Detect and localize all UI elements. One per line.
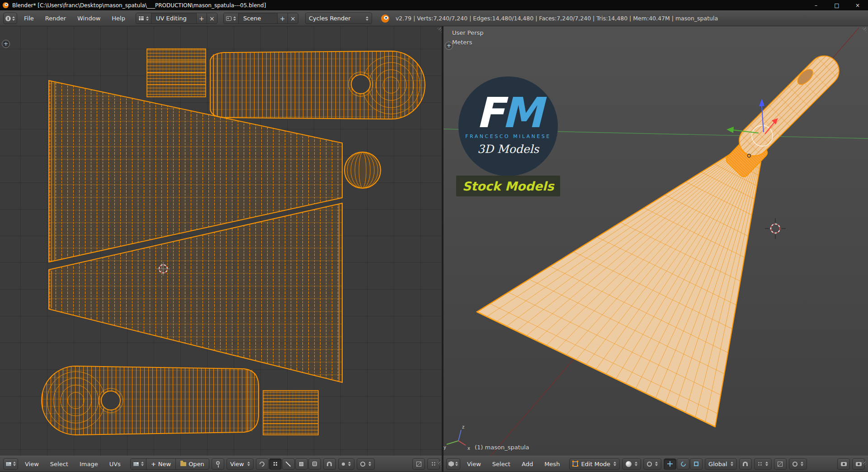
opengl-render-anim-button[interactable]: [852, 458, 865, 470]
manipulator-scale-toggle[interactable]: [690, 458, 703, 470]
chevron-updown-icon: [801, 462, 803, 466]
edge-select-icon: [286, 462, 291, 467]
pivot-center-dropdown[interactable]: [643, 458, 661, 470]
image-new-label: New: [158, 461, 171, 467]
uv-island-cap-sphere[interactable]: [344, 152, 381, 188]
uv-editor-pane: + View Select Image UVs + New: [0, 26, 443, 472]
pivot-dropdown[interactable]: View: [226, 458, 254, 470]
orientation-dropdown[interactable]: Global: [705, 458, 736, 470]
menu-help[interactable]: Help: [107, 14, 130, 23]
snap-element-dropdown[interactable]: [754, 458, 772, 470]
uv-layout: [0, 26, 443, 456]
image-new-button[interactable]: + New: [146, 459, 175, 469]
manipulator-buttons: [664, 458, 703, 470]
uv-menu-view[interactable]: View: [20, 459, 43, 469]
face-select-icon: [299, 462, 303, 466]
delete-scene-button[interactable]: ×: [288, 13, 298, 24]
watermark-tagline: 3D Models: [477, 143, 539, 156]
uv-selection-mode-buttons: [256, 458, 321, 470]
draw-other-objects-icon: [416, 462, 421, 467]
uv-proportional-edit-dropdown[interactable]: [357, 458, 375, 470]
chevron-updown-icon: [368, 462, 371, 466]
uv-menu-uvs[interactable]: UVs: [105, 459, 125, 469]
mode-dropdown[interactable]: Edit Mode: [569, 458, 620, 470]
viewport-canvas[interactable]: y z x User Persp Meters FM FRANCESCO MIL…: [443, 26, 868, 456]
toolshelf-expand-button[interactable]: +: [2, 40, 10, 48]
vertex-select-icon: [273, 462, 278, 466]
uv-island-handle-strips-top[interactable]: [147, 49, 206, 97]
editor-type-3d-button[interactable]: [446, 458, 460, 470]
uv-editor-header: View Select Image UVs + New Open: [0, 456, 443, 472]
snap-toggle-3d[interactable]: [739, 458, 752, 470]
uv-header-extra-button-1[interactable]: [412, 458, 425, 470]
shading-dropdown[interactable]: [622, 458, 641, 470]
uv-snap-target-dropdown[interactable]: [338, 458, 354, 470]
manipulator-rotate-toggle[interactable]: [677, 458, 689, 470]
uv-header-extra-button-2[interactable]: [427, 458, 440, 470]
opengl-render-button[interactable]: [837, 458, 850, 470]
vp-menu-select[interactable]: Select: [488, 459, 515, 469]
image-open-button[interactable]: Open: [175, 459, 209, 469]
plus-icon: +: [151, 461, 156, 467]
uv-canvas[interactable]: +: [0, 26, 443, 456]
uv-edge-select-button[interactable]: [282, 458, 295, 470]
uv-island-handle-top[interactable]: [210, 51, 425, 119]
camera-icon: [841, 462, 847, 466]
orientation-value: Global: [708, 461, 727, 467]
close-button[interactable]: ×: [847, 0, 868, 10]
proportional-edit-dropdown-3d[interactable]: [789, 458, 807, 470]
uv-island-handle-bottom[interactable]: [42, 366, 259, 435]
maximize-button[interactable]: □: [826, 0, 847, 10]
image-browse-button[interactable]: [131, 459, 146, 469]
vp-menu-view[interactable]: View: [462, 459, 486, 469]
minimize-button[interactable]: –: [806, 0, 826, 10]
uv-menu-image[interactable]: Image: [75, 459, 103, 469]
uv-snap-toggle[interactable]: [323, 458, 336, 470]
blender-window: Blender* [C:\Users\franc\Desktop\mason_s…: [0, 0, 868, 472]
uv-island-select-button[interactable]: [308, 458, 321, 470]
render-engine-dropdown[interactable]: Cycles Render: [305, 13, 372, 24]
pane-divider[interactable]: [442, 26, 443, 472]
pin-toggle[interactable]: [212, 458, 224, 470]
edit-mode-icon: [573, 462, 578, 467]
scene-name[interactable]: Scene: [238, 13, 277, 24]
folder-icon: [180, 462, 186, 466]
occlude-geometry-icon: [778, 462, 783, 467]
uv-face-select-button[interactable]: [295, 458, 308, 470]
uv-island-handle-strips-bottom[interactable]: [263, 391, 318, 435]
chevron-updown-icon: [635, 462, 637, 466]
menu-render[interactable]: Render: [41, 14, 71, 23]
scene-browse-button[interactable]: [224, 13, 238, 24]
manipulator-translate-toggle[interactable]: [664, 458, 676, 470]
screen-layout-name[interactable]: UV Editing: [151, 13, 196, 24]
chevron-updown-icon: [655, 462, 658, 466]
chevron-updown-icon: [247, 462, 250, 466]
uv-vertex-select-button[interactable]: [269, 458, 282, 470]
titlebar: Blender* [C:\Users\franc\Desktop\mason_s…: [0, 0, 868, 10]
add-scene-button[interactable]: +: [277, 13, 288, 24]
render-engine-value: Cycles Render: [309, 15, 351, 22]
vp-menu-add[interactable]: Add: [517, 459, 538, 469]
pin-icon: [216, 461, 220, 465]
model-handle[interactable]: [733, 50, 845, 162]
toolshelf-expand-button-3d[interactable]: +: [445, 42, 453, 50]
scene-icon: [226, 16, 231, 21]
rotate-icon: [679, 460, 686, 467]
occlude-geometry-toggle[interactable]: [774, 458, 787, 470]
uv-menu-select[interactable]: Select: [46, 459, 73, 469]
mode-value: Edit Mode: [581, 461, 610, 467]
menu-window[interactable]: Window: [73, 14, 105, 23]
menu-file[interactable]: File: [19, 14, 38, 23]
maximize-icon: □: [834, 2, 839, 9]
magnet-icon: [327, 462, 332, 466]
uv-sync-select-toggle[interactable]: [256, 458, 269, 470]
screen-layout-browse-button[interactable]: [136, 13, 151, 24]
vp-menu-mesh[interactable]: Mesh: [540, 459, 564, 469]
editor-type-info-button[interactable]: [3, 13, 17, 24]
add-layout-button[interactable]: +: [196, 13, 207, 24]
chevron-updown-icon: [765, 462, 768, 466]
watermark-initials: FM: [476, 93, 540, 133]
editor-type-uv-button[interactable]: [3, 458, 18, 470]
proportional-edit-icon: [793, 462, 797, 467]
delete-layout-button[interactable]: ×: [207, 13, 217, 24]
